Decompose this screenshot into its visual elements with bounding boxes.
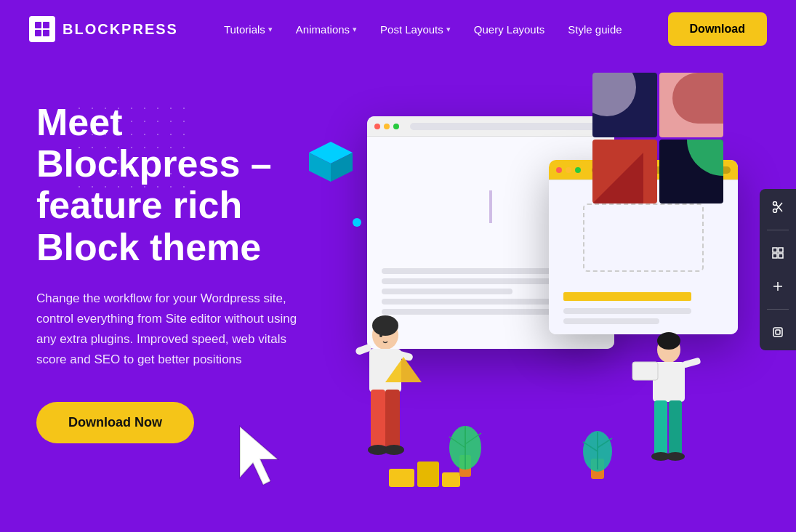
- svg-rect-0: [35, 22, 41, 28]
- svg-rect-51: [776, 330, 780, 334]
- svg-rect-46: [773, 254, 777, 258]
- character-right: [629, 317, 709, 494]
- svg-point-20: [657, 332, 680, 350]
- browser-dot-red: [374, 124, 380, 129]
- hero-title: Meet Blockpress – feature rich Block the…: [36, 102, 320, 268]
- plant-right: [578, 419, 618, 487]
- svg-point-9: [372, 315, 398, 336]
- chevron-icon: ▾: [353, 25, 357, 34]
- hero-section: Meet Blockpress – feature rich Block the…: [0, 58, 796, 532]
- download-now-button[interactable]: Download Now: [36, 402, 194, 443]
- svg-rect-27: [669, 400, 682, 455]
- hero-description: Change the workflow for your Wordpress s…: [36, 289, 320, 370]
- browser-dot-green: [393, 124, 399, 129]
- toolbar-divider: [767, 230, 789, 230]
- nav-link-post-layouts[interactable]: Post Layouts ▾: [380, 23, 451, 36]
- hero-left-content: Meet Blockpress – feature rich Block the…: [0, 58, 320, 472]
- nav-download-button[interactable]: Download: [668, 12, 767, 46]
- logo[interactable]: BLOCKPRESS: [29, 16, 178, 42]
- toolbar-icon-grid[interactable]: [767, 242, 789, 264]
- svg-point-10: [379, 334, 382, 337]
- character-left: [342, 295, 436, 494]
- navbar: BLOCKPRESS Tutorials ▾ Animations ▾ Post…: [0, 0, 796, 58]
- logo-text: BLOCKPRESS: [63, 21, 178, 38]
- svg-rect-16: [385, 390, 400, 448]
- svg-rect-50: [773, 328, 782, 336]
- svg-rect-2: [35, 30, 41, 36]
- side-toolbar: [760, 189, 796, 350]
- svg-rect-3: [43, 30, 49, 36]
- hero-illustration: |: [331, 73, 738, 494]
- browser-dot-yellow: [384, 124, 390, 129]
- nav-item-animations[interactable]: Animations ▾: [296, 23, 357, 36]
- svg-point-29: [666, 452, 685, 461]
- toolbar-icon-pen[interactable]: [767, 275, 789, 297]
- cursor-arrow-decoration: [233, 423, 291, 488]
- 3d-cube-decoration: [305, 138, 356, 189]
- svg-rect-47: [779, 254, 783, 258]
- geo-art: [592, 73, 738, 218]
- svg-rect-44: [773, 248, 777, 252]
- nav-links: Tutorials ▾ Animations ▾ Post Layouts ▾ …: [224, 23, 622, 36]
- nav-item-post-layouts[interactable]: Post Layouts ▾: [380, 23, 451, 36]
- teal-dot-decoration: [353, 218, 361, 227]
- svg-marker-7: [240, 427, 278, 485]
- svg-rect-45: [779, 248, 783, 252]
- svg-rect-26: [654, 400, 667, 455]
- nav-link-animations[interactable]: Animations ▾: [296, 23, 357, 36]
- svg-rect-24: [682, 358, 701, 368]
- nav-item-tutorials[interactable]: Tutorials ▾: [224, 23, 273, 36]
- toolbar-icon-cut[interactable]: [767, 196, 789, 218]
- nav-link-tutorials[interactable]: Tutorials ▾: [224, 23, 273, 36]
- nav-item-query-layouts[interactable]: Query Layouts: [474, 23, 545, 36]
- logo-icon: [29, 16, 55, 42]
- nav-item-style-guide[interactable]: Style guide: [568, 23, 622, 36]
- svg-point-18: [384, 445, 404, 455]
- toolbar-icon-layers[interactable]: [767, 321, 789, 343]
- svg-rect-25: [632, 362, 658, 380]
- nav-link-query-layouts[interactable]: Query Layouts: [474, 23, 545, 36]
- chevron-icon: ▾: [446, 25, 451, 34]
- nav-link-style-guide[interactable]: Style guide: [568, 23, 622, 36]
- plant-left: [443, 411, 487, 487]
- svg-rect-1: [43, 22, 49, 28]
- browser-bar: [367, 116, 614, 137]
- svg-rect-15: [371, 390, 385, 448]
- chevron-icon: ▾: [268, 25, 273, 34]
- toolbar-divider-2: [767, 309, 789, 310]
